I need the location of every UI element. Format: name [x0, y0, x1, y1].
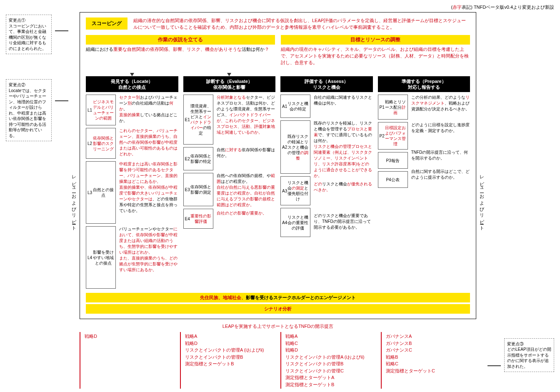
item-desc: 自然への依存関係の規模、や範囲はどの程度か。自社が自然に与える悪影響の重要度はど… — [217, 173, 276, 208]
connector-left — [52, 12, 68, 389]
item-desc: 自社のどの影響が重要か。 — [217, 210, 276, 230]
item-box: P1戦略とリソース配分計画 — [378, 95, 408, 120]
side-label-left: レビューおよびリピート — [68, 172, 80, 229]
item-box: L3自然との接点 — [86, 161, 116, 224]
item-box: L4影響を受けやすい地域との接点 — [86, 226, 116, 289]
col-head-assess: 評価する（Assess） リスクと機会 — [280, 76, 373, 92]
item-box: A2既存リスクの軽減とリスクと機会の管理の調整 — [280, 120, 310, 174]
disclosure-title: LEAPを実施する上でサポートとなるTNFDの開示提言 — [80, 323, 476, 330]
col-head-evaluate: 診断する（Evaluate） 依存関係と影響 — [183, 76, 276, 92]
leap-col-prepare: 準備する（Prepare） 対応し報告するP1戦略とリソース配分計画P2目標設定… — [378, 76, 470, 289]
item-box: L1ビジネスモデルとバリューチェーンの範囲 — [86, 95, 116, 125]
item-box: E3依存関係と影響の測定 — [183, 173, 213, 206]
item-box: E4重要性の影響評価 — [183, 209, 213, 229]
leap-col-evaluate: 診断する（Evaluate） 依存関係と影響E1環境資産、生態系サービスとインパ… — [183, 76, 276, 289]
disclosure-columns: 戦略D戦略A戦略Dリスクとインパクトの管理A (iおよびii)リスクとインパクト… — [80, 332, 476, 389]
header-note: (赤字表記) TNFDベータ版v0.4より変更および新設 — [6, 4, 554, 10]
item-box: L2依存関係と影響のスクリーニング — [86, 128, 116, 159]
setup-two-col: 作業の仮説を立てる 組織における重要な自然関連の依存関係、影響、リスク、機会があ… — [86, 35, 470, 66]
arrow-down-icon — [130, 73, 134, 76]
left-callouts: 変更点① スコーピングにおいて、事業会社と金融機関の区別が無くなり全組織に対する… — [6, 12, 52, 389]
leap-col-assess: 評価する（Assess） リスクと機会A1リスクと機会の特定A2既存リスクの軽減… — [280, 76, 373, 289]
item-box: P3報告 — [378, 152, 408, 169]
setup-right-text: 組織内の現在のキャパシティ、スキル、データのレベル、および組織の目標を考慮した上… — [281, 46, 470, 66]
item-desc: バリューチェーンやセクターにおいて、依存関係や影響が中程度または高い組織の活動の… — [119, 226, 178, 289]
scoping-description: 組織の潜在的な自然関連の依存関係、影響、リスクおよび機会に関する仮説を創出し、L… — [133, 17, 470, 31]
callout-1: 変更点① スコーピングにおいて、事業会社と金融機関の区別が無くなり全組織に対する… — [6, 15, 52, 54]
callout-3: 変更点③ どのLEAP項目がどの開示指標をサポートするのかに関する表示が追加され… — [504, 338, 554, 372]
item-desc: セクター別およびバリューチェーン別の自社組織の活動は何か。直接的操業している拠点… — [119, 95, 178, 125]
setup-left-title: 作業の仮説を立てる — [86, 35, 275, 45]
right-callouts: 変更点③ どのLEAP項目がどの開示指標をサポートするのかに関する表示が追加され… — [504, 12, 554, 389]
item-box: P2目標設定およびパフォーマンス管理 — [378, 122, 408, 150]
side-label-right: レビューおよびリピート — [476, 172, 488, 229]
setup-left-text: 組織における重要な自然関連の依存関係、影響、リスク、機会がありそうな活動は何か？ — [86, 46, 275, 53]
item-box: A4リスクと機会の重要性の評価 — [280, 208, 310, 237]
main-box: スコーピング 組織の潜在的な自然関連の依存関係、影響、リスクおよび機会に関する仮… — [80, 12, 476, 319]
disclosure-col: ガバナンスAガバナンスBガバナンスC戦略B戦略C測定指標とターゲットC — [381, 332, 476, 389]
disclosure-col: 戦略D — [80, 332, 175, 389]
item-desc: 自社の組織に関連するリスクと機会は何か。 — [314, 95, 373, 118]
item-box: E2依存関係と影響の特定 — [183, 147, 213, 170]
connector-right — [488, 12, 504, 389]
item-desc: 自然に対する依存関係や影響は何か。 — [217, 147, 276, 170]
col-head-locate: 発見する（Locate） 自然との接点 — [86, 76, 178, 92]
setup-right-title: 目標とリソースの調整 — [281, 35, 470, 45]
arrow-down-icon — [227, 73, 231, 76]
leap-columns: 発見する（Locate） 自然との接点L1ビジネスモデルとバリューチェーンの範囲… — [86, 76, 470, 289]
item-desc: 中程度または高い依存関係と影響を持つ可能性のあるセクター、バリューチェーン、直接… — [119, 161, 178, 224]
item-box: P4公表 — [378, 171, 408, 188]
disclosure-col: 戦略A戦略C戦略Dリスクとインパクトの管理A (iおよびii)リスクとインパクト… — [280, 332, 376, 389]
item-desc: 自然に関する開示はどこで、どのように提示するのか。 — [411, 169, 470, 185]
item-box: E1環境資産、生態系サービスとインパクトドライバーの特定 — [183, 95, 213, 145]
item-desc: 分析対象となるセクター、ビジネスプロセス、活動は何か。どのような環境資産、生態系… — [217, 95, 276, 145]
leap-col-locate: 発見する（Locate） 自然との接点L1ビジネスモデルとバリューチェーンの範囲… — [86, 76, 178, 289]
item-desc: これらのセクター、バリューチェーン、直接的操業のうち、自然への依存関係や影響が中… — [119, 128, 178, 159]
item-desc: 既存のリスクを軽減し、リスクと機会を管理するプロセスと要素で、すでに適用している… — [314, 120, 373, 179]
engagement-bar: 先住民族、地域社会、影響を受けるステークホルダーとのエンゲージメント — [86, 293, 470, 302]
item-desc: この分析の結果、どのようなリスクマネジメント、戦略および資源配分が決定されるべき… — [411, 95, 470, 120]
item-desc: どのリスクと機会が優先されるべきか。 — [314, 181, 373, 210]
scoping-row: スコーピング 組織の潜在的な自然関連の依存関係、影響、リスクおよび機会に関する仮… — [86, 17, 470, 31]
scoping-label: スコーピング — [86, 17, 128, 30]
disclosure-col: 戦略A戦略Dリスクとインパクトの管理A (iおよびii)リスクとインパクトの管理… — [180, 332, 275, 389]
item-box: A3リスクと機会の測定と優先順位付け — [280, 176, 310, 205]
item-desc: TNFDの開示提言に沿って、何を開示するのか。 — [411, 150, 470, 166]
col-head-prepare: 準備する（Prepare） 対応し報告する — [378, 76, 470, 92]
scenario-bar: シナリオ分析 — [86, 304, 470, 314]
callout-2: 変更点② Locateでは、セクターやバリューチェーン、地理的位置のフィルターが… — [6, 79, 52, 141]
item-desc: どのように目標を設定し進捗度を定義・測定するのか。 — [411, 122, 470, 147]
item-desc: どのリスクと機会が重要であり、TNFDの開示提言に沿って開示する必要があるか。 — [314, 213, 373, 242]
item-box: A1リスクと機会の特定 — [280, 95, 310, 118]
